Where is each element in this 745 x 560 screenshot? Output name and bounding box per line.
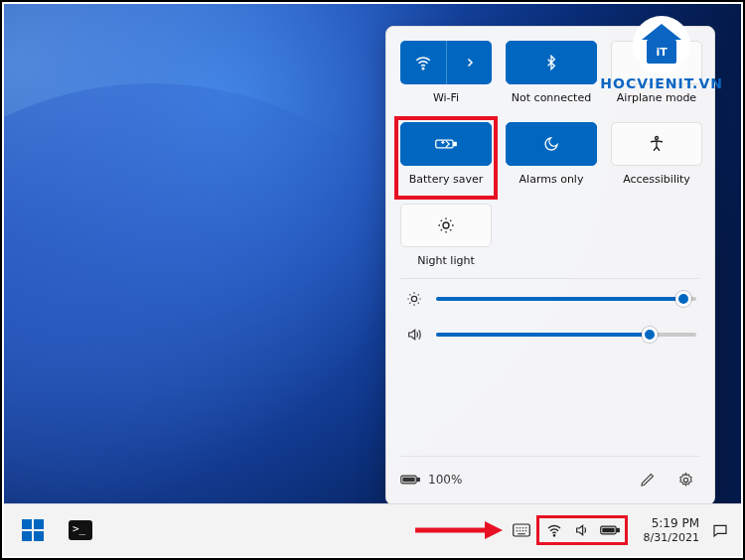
wifi-icon [546, 522, 562, 538]
watermark: iT HOCVIENIT.VN [600, 16, 723, 91]
battery-percent-text: 100% [428, 473, 462, 487]
volume-slider[interactable] [436, 327, 696, 343]
brightness-slider[interactable] [436, 291, 696, 307]
speaker-icon [406, 327, 422, 343]
notifications-button[interactable] [709, 519, 731, 541]
accessibility-toggle-button[interactable] [611, 122, 702, 166]
night-light-label: Night light [417, 254, 474, 267]
windows-logo-icon [22, 519, 44, 541]
taskbar-right: 5:19 PM 8/31/2021 [511, 515, 741, 545]
battery-saver-toggle-button[interactable] [400, 122, 492, 166]
watermark-badge: iT [633, 16, 690, 73]
accessibility-label: Accessibility [623, 173, 690, 186]
focus-assist-toggle-button[interactable] [506, 122, 597, 166]
airplane-label: Airplane mode [617, 91, 696, 104]
clock-time: 5:19 PM [644, 516, 699, 531]
night-light-toggle-button[interactable] [400, 204, 492, 247]
screenshot-frame: iT HOCVIENIT.VN Wi-Fi [0, 0, 745, 560]
quick-settings-footer: 100% [400, 456, 700, 494]
bluetooth-label: Not connected [512, 91, 591, 104]
svg-rect-2 [454, 143, 456, 146]
wifi-split-button [400, 41, 492, 84]
system-tray-button[interactable] [536, 515, 628, 545]
moon-icon [543, 136, 559, 152]
watermark-site-text: HOCVIENIT.VN [600, 75, 723, 91]
bluetooth-icon [543, 55, 559, 70]
wifi-expand-button[interactable] [446, 41, 492, 84]
svg-point-5 [411, 296, 416, 301]
svg-rect-1 [436, 140, 453, 148]
annotation-arrow [413, 517, 503, 543]
tray-language-icon[interactable] [511, 519, 532, 541]
tray-volume-icon [571, 519, 593, 541]
battery-saver-label: Battery saver [409, 173, 483, 186]
battery-icon [600, 524, 620, 536]
terminal-app-button[interactable] [60, 509, 101, 551]
sun-icon [406, 291, 422, 307]
gear-icon [677, 472, 694, 489]
focus-assist-label: Alarms only [520, 173, 584, 186]
brightness-slider-icon [404, 291, 424, 307]
open-settings-button[interactable] [670, 465, 700, 494]
svg-rect-16 [602, 528, 614, 533]
tray-wifi-icon [543, 519, 565, 541]
wifi-icon [414, 54, 432, 71]
svg-point-13 [553, 535, 554, 536]
wifi-toggle-button[interactable] [400, 41, 446, 84]
taskbar-left [4, 509, 101, 551]
battery-footer-icon [400, 473, 420, 487]
taskbar: 5:19 PM 8/31/2021 [4, 503, 741, 556]
notification-icon [712, 522, 728, 538]
bluetooth-toggle-button[interactable] [506, 41, 597, 84]
edit-quick-settings-button[interactable] [633, 465, 663, 494]
speaker-icon [574, 522, 590, 538]
pencil-icon [640, 472, 656, 488]
watermark-badge-text: iT [647, 40, 676, 64]
tile-bluetooth: Not connected [506, 41, 597, 104]
terminal-icon [69, 520, 92, 540]
svg-marker-11 [485, 521, 503, 539]
svg-point-4 [443, 222, 449, 228]
keyboard-icon [513, 523, 530, 537]
taskbar-clock[interactable]: 5:19 PM 8/31/2021 [644, 516, 699, 545]
tile-focus-assist: Alarms only [506, 122, 597, 186]
tile-night-light: Night light [400, 204, 492, 267]
svg-point-9 [683, 478, 687, 482]
svg-point-3 [656, 137, 659, 140]
clock-date: 8/31/2021 [644, 531, 699, 545]
svg-rect-8 [402, 478, 414, 483]
desktop: iT HOCVIENIT.VN Wi-Fi [4, 4, 741, 503]
svg-point-0 [422, 68, 424, 70]
tray-battery-icon [599, 519, 621, 541]
volume-slider-icon [404, 327, 424, 343]
volume-slider-row [404, 327, 696, 343]
tile-accessibility: Accessibility [611, 122, 702, 186]
svg-rect-7 [417, 478, 419, 481]
tile-wifi: Wi-Fi [400, 41, 492, 104]
chevron-right-icon [464, 57, 476, 69]
battery-saver-icon [435, 136, 457, 152]
sliders-section [400, 278, 700, 350]
brightness-icon [437, 216, 455, 234]
quick-settings-panel: Wi-Fi Not connected Airplane mode [385, 26, 715, 503]
wifi-label: Wi-Fi [433, 91, 459, 104]
brightness-slider-row [404, 291, 696, 307]
battery-icon [400, 473, 420, 487]
start-button[interactable] [12, 509, 54, 551]
tile-battery-saver: Battery saver [400, 122, 492, 186]
accessibility-icon [648, 135, 666, 153]
svg-rect-15 [617, 528, 619, 531]
